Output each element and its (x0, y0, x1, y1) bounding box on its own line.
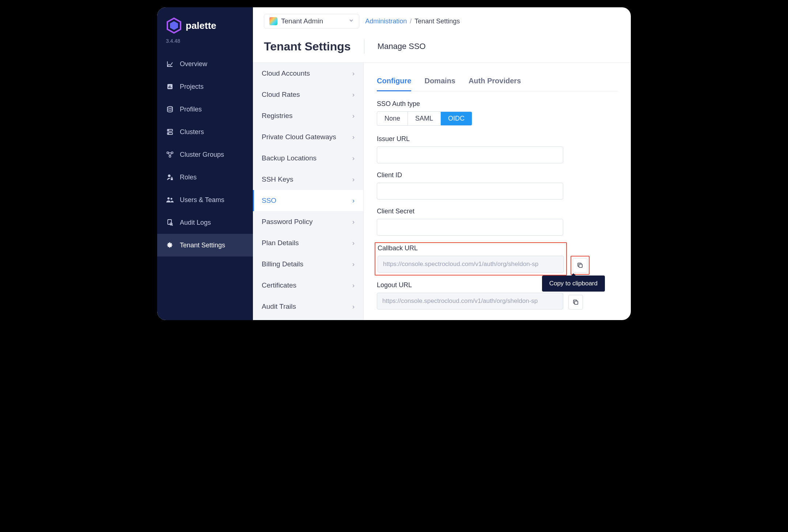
auth-type-saml[interactable]: SAML (408, 112, 441, 125)
sidebar-item-clusters[interactable]: Clusters (157, 121, 253, 143)
nav-label: Users & Teams (180, 196, 224, 204)
logo: palette (157, 15, 253, 35)
chevron-down-icon (349, 18, 354, 24)
svg-rect-4 (170, 86, 170, 88)
chevron-right-icon: › (352, 197, 355, 205)
sidebar-item-audit-logs[interactable]: Audit Logs (157, 211, 253, 234)
callback-url-label: Callback URL (378, 244, 564, 252)
copy-icon (572, 299, 579, 305)
chart-icon (166, 60, 174, 68)
auth-type-none[interactable]: None (377, 112, 408, 125)
chevron-right-icon: › (352, 303, 355, 311)
projects-icon (166, 83, 174, 91)
copy-callback-button[interactable] (573, 258, 587, 273)
issuer-url-input[interactable] (377, 147, 563, 163)
chevron-right-icon: › (352, 260, 355, 268)
breadcrumb: Administration / Tenant Settings (365, 18, 460, 25)
settings-item-password-policy[interactable]: Password Policy› (253, 211, 363, 232)
tabs: Configure Domains Auth Providers (377, 74, 618, 91)
issuer-url-field: Issuer URL (377, 135, 618, 163)
svg-point-16 (167, 197, 170, 200)
settings-item-private-cloud-gateways[interactable]: Private Cloud Gateways› (253, 126, 363, 148)
sidebar-item-projects[interactable]: Projects (157, 75, 253, 98)
tab-configure[interactable]: Configure (377, 74, 411, 91)
nav-label: Clusters (180, 128, 204, 136)
settings-item-backup-locations[interactable]: Backup Locations› (253, 148, 363, 169)
auth-type-group: None SAML OIDC (377, 111, 472, 126)
app-window: palette 3.4.48 Overview Projects Profile… (157, 7, 631, 320)
gear-icon (166, 241, 174, 249)
nav-label: Overview (180, 60, 207, 68)
tab-domains[interactable]: Domains (424, 74, 455, 91)
tenant-label: Tenant Admin (281, 17, 323, 25)
svg-point-14 (168, 175, 171, 177)
form-area: Configure Domains Auth Providers SSO Aut… (364, 63, 631, 320)
chevron-right-icon: › (352, 69, 355, 77)
user-lock-icon (166, 173, 174, 181)
sidebar-item-profiles[interactable]: Profiles (157, 98, 253, 121)
copy-highlight: Copy to clipboard (571, 256, 590, 275)
settings-item-cloud-accounts[interactable]: Cloud Accounts› (253, 63, 363, 84)
nav-label: Roles (180, 174, 197, 181)
client-secret-field: Client Secret (377, 208, 618, 236)
sidebar: palette 3.4.48 Overview Projects Profile… (157, 7, 253, 320)
copy-logout-button[interactable] (568, 295, 583, 309)
chevron-right-icon: › (352, 133, 355, 141)
callback-url-input[interactable] (378, 256, 564, 273)
settings-item-ssh-keys[interactable]: SSH Keys› (253, 169, 363, 190)
tab-auth-providers[interactable]: Auth Providers (469, 74, 521, 91)
chevron-right-icon: › (352, 281, 355, 289)
svg-point-9 (168, 130, 169, 131)
breadcrumb-separator: / (410, 18, 412, 25)
brand-name: palette (186, 20, 216, 31)
nav-label: Profiles (180, 106, 202, 113)
svg-rect-20 (579, 264, 582, 267)
settings-item-registries[interactable]: Registries› (253, 105, 363, 126)
svg-marker-1 (170, 21, 178, 30)
copy-tooltip: Copy to clipboard (542, 276, 605, 292)
auth-type-label: SSO Auth type (377, 100, 618, 108)
settings-item-cloud-rates[interactable]: Cloud Rates› (253, 84, 363, 105)
settings-item-billing-details[interactable]: Billing Details› (253, 254, 363, 275)
content-row: Cloud Accounts› Cloud Rates› Registries›… (253, 62, 631, 320)
servers-icon (166, 128, 174, 136)
client-secret-label: Client Secret (377, 208, 618, 215)
sidebar-item-overview[interactable]: Overview (157, 53, 253, 75)
svg-rect-21 (575, 301, 578, 304)
auth-type-oidc[interactable]: OIDC (441, 112, 472, 125)
client-secret-input[interactable] (377, 219, 563, 236)
nav-label: Tenant Settings (180, 242, 225, 249)
settings-item-audit-trails[interactable]: Audit Trails› (253, 296, 363, 317)
page-header: Tenant Settings Manage SSO (253, 35, 631, 62)
page-title: Tenant Settings (264, 40, 351, 53)
main-area: Tenant Admin Administration / Tenant Set… (253, 7, 631, 320)
client-id-input[interactable] (377, 183, 563, 200)
settings-item-sso[interactable]: SSO› (253, 190, 363, 211)
settings-item-plan-details[interactable]: Plan Details› (253, 232, 363, 254)
logo-icon (166, 18, 182, 34)
svg-rect-15 (171, 178, 173, 180)
callback-url-field: Callback URL Copy to clipboard (377, 244, 618, 273)
topbar: Tenant Admin Administration / Tenant Set… (253, 7, 631, 35)
svg-rect-18 (168, 220, 171, 224)
settings-item-certificates[interactable]: Certificates› (253, 275, 363, 296)
copy-icon (577, 262, 583, 269)
users-icon (166, 196, 174, 204)
breadcrumb-link[interactable]: Administration (365, 18, 407, 25)
header-separator (364, 39, 364, 54)
layers-icon (166, 105, 174, 113)
chevron-right-icon: › (352, 112, 355, 120)
nav-label: Cluster Groups (180, 151, 224, 159)
logout-url-input[interactable] (377, 293, 563, 309)
sidebar-item-cluster-groups[interactable]: Cluster Groups (157, 143, 253, 166)
sidebar-item-roles[interactable]: Roles (157, 166, 253, 189)
svg-rect-3 (168, 87, 169, 88)
nav-label: Projects (180, 83, 204, 91)
tenant-dropdown[interactable]: Tenant Admin (264, 14, 359, 28)
chevron-right-icon: › (352, 154, 355, 162)
nav-label: Audit Logs (180, 219, 211, 227)
issuer-url-label: Issuer URL (377, 135, 618, 143)
version-text: 3.4.48 (157, 35, 253, 53)
sidebar-item-tenant-settings[interactable]: Tenant Settings (157, 234, 253, 256)
sidebar-item-users-teams[interactable]: Users & Teams (157, 189, 253, 211)
